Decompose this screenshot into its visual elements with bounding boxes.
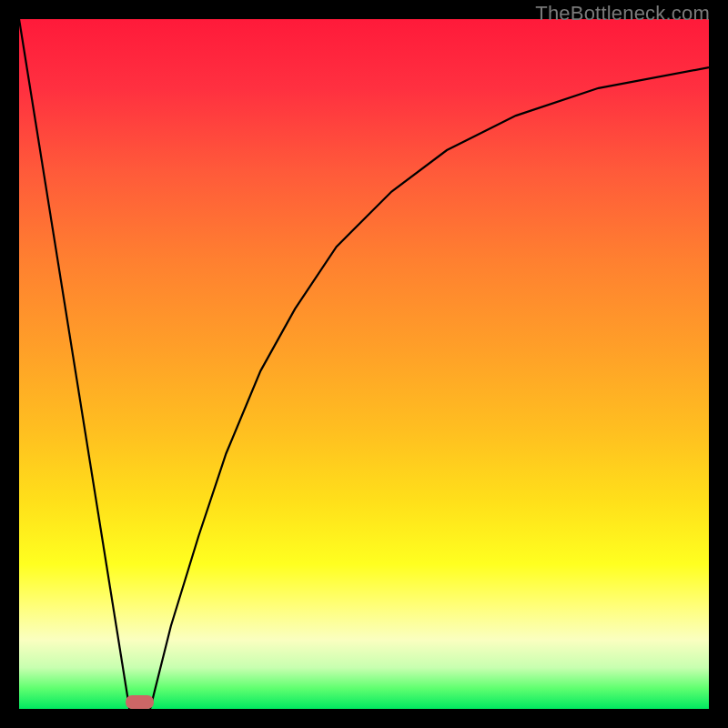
- chart-lines: [19, 19, 709, 709]
- right-curve-path: [150, 67, 709, 709]
- plot-area: [19, 19, 709, 709]
- bottleneck-marker: [126, 695, 153, 709]
- left-line-path: [19, 19, 129, 709]
- chart-container: TheBottleneck.com: [0, 0, 728, 728]
- watermark-text: TheBottleneck.com: [535, 2, 710, 25]
